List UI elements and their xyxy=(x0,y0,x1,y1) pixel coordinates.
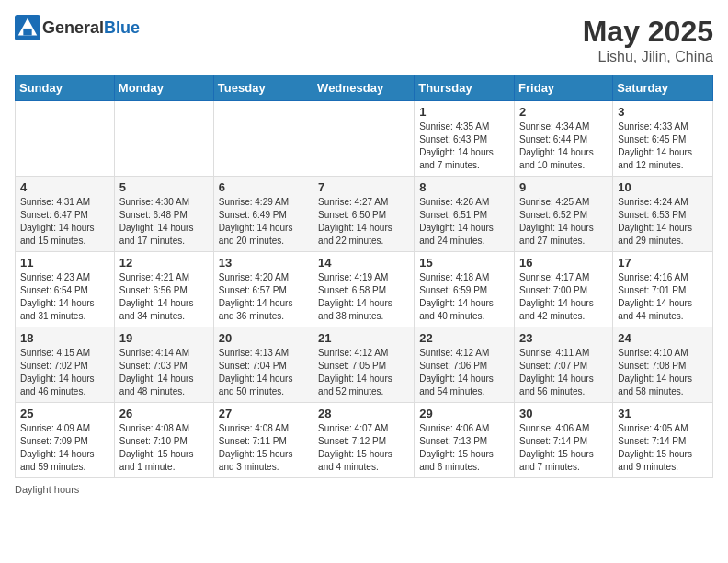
day-info: Sunrise: 4:17 AM Sunset: 7:00 PM Dayligh… xyxy=(519,271,608,323)
day-number: 8 xyxy=(419,180,509,194)
calendar-cell: 17Sunrise: 4:16 AM Sunset: 7:01 PM Dayli… xyxy=(613,252,713,327)
day-info: Sunrise: 4:12 AM Sunset: 7:06 PM Dayligh… xyxy=(419,347,509,398)
day-number: 22 xyxy=(419,331,509,345)
location-title: Lishu, Jilin, China xyxy=(583,49,713,65)
calendar-cell: 25Sunrise: 4:09 AM Sunset: 7:09 PM Dayli… xyxy=(16,403,115,478)
day-number: 4 xyxy=(20,180,109,194)
day-info: Sunrise: 4:20 AM Sunset: 6:57 PM Dayligh… xyxy=(219,271,308,323)
weekday-header-row: SundayMondayTuesdayWednesdayThursdayFrid… xyxy=(16,75,713,101)
day-number: 15 xyxy=(419,256,509,270)
calendar-cell: 16Sunrise: 4:17 AM Sunset: 7:00 PM Dayli… xyxy=(515,252,613,327)
day-number: 9 xyxy=(519,180,608,194)
calendar-cell: 23Sunrise: 4:11 AM Sunset: 7:07 PM Dayli… xyxy=(515,327,613,403)
day-info: Sunrise: 4:25 AM Sunset: 6:52 PM Dayligh… xyxy=(519,196,608,247)
day-info: Sunrise: 4:34 AM Sunset: 6:44 PM Dayligh… xyxy=(519,121,608,172)
day-number: 16 xyxy=(519,256,608,270)
day-info: Sunrise: 4:16 AM Sunset: 7:01 PM Dayligh… xyxy=(618,271,708,323)
day-info: Sunrise: 4:15 AM Sunset: 7:02 PM Dayligh… xyxy=(20,347,109,398)
day-info: Sunrise: 4:08 AM Sunset: 7:11 PM Dayligh… xyxy=(219,422,308,474)
weekday-header-tuesday: Tuesday xyxy=(213,75,313,101)
calendar-cell: 3Sunrise: 4:33 AM Sunset: 6:45 PM Daylig… xyxy=(613,101,713,177)
calendar-cell: 31Sunrise: 4:05 AM Sunset: 7:14 PM Dayli… xyxy=(613,403,713,478)
day-number: 24 xyxy=(618,331,708,345)
page-header: GeneralBlue May 2025 Lishu, Jilin, China xyxy=(15,15,713,65)
calendar-table: SundayMondayTuesdayWednesdayThursdayFrid… xyxy=(15,75,713,478)
logo: GeneralBlue xyxy=(15,15,140,40)
calendar-row-1: 4Sunrise: 4:31 AM Sunset: 6:47 PM Daylig… xyxy=(16,177,713,252)
day-number: 11 xyxy=(20,256,109,270)
calendar-row-0: 1Sunrise: 4:35 AM Sunset: 6:43 PM Daylig… xyxy=(16,101,713,177)
day-number: 2 xyxy=(519,105,608,119)
logo-blue-text: Blue xyxy=(104,18,140,37)
calendar-cell: 30Sunrise: 4:06 AM Sunset: 7:14 PM Dayli… xyxy=(515,403,613,478)
day-info: Sunrise: 4:08 AM Sunset: 7:10 PM Dayligh… xyxy=(119,422,209,474)
calendar-cell: 7Sunrise: 4:27 AM Sunset: 6:50 PM Daylig… xyxy=(313,177,415,252)
day-number: 31 xyxy=(618,407,708,420)
day-number: 6 xyxy=(219,180,308,194)
day-number: 27 xyxy=(219,407,308,420)
day-info: Sunrise: 4:10 AM Sunset: 7:08 PM Dayligh… xyxy=(618,347,708,398)
day-number: 12 xyxy=(119,256,209,270)
day-info: Sunrise: 4:12 AM Sunset: 7:05 PM Dayligh… xyxy=(318,347,409,398)
calendar-cell: 12Sunrise: 4:21 AM Sunset: 6:56 PM Dayli… xyxy=(114,252,213,327)
calendar-cell xyxy=(114,101,213,177)
footer-note-text: Daylight hours xyxy=(15,484,79,495)
calendar-row-3: 18Sunrise: 4:15 AM Sunset: 7:02 PM Dayli… xyxy=(16,327,713,403)
day-number: 30 xyxy=(519,407,608,420)
calendar-cell: 28Sunrise: 4:07 AM Sunset: 7:12 PM Dayli… xyxy=(313,403,415,478)
calendar-row-4: 25Sunrise: 4:09 AM Sunset: 7:09 PM Dayli… xyxy=(16,403,713,478)
calendar-cell: 29Sunrise: 4:06 AM Sunset: 7:13 PM Dayli… xyxy=(415,403,515,478)
day-info: Sunrise: 4:05 AM Sunset: 7:14 PM Dayligh… xyxy=(618,422,708,474)
day-number: 19 xyxy=(119,331,209,345)
calendar-cell xyxy=(213,101,313,177)
weekday-header-monday: Monday xyxy=(114,75,213,101)
calendar-cell: 20Sunrise: 4:13 AM Sunset: 7:04 PM Dayli… xyxy=(213,327,313,403)
weekday-header-friday: Friday xyxy=(515,75,613,101)
calendar-cell: 11Sunrise: 4:23 AM Sunset: 6:54 PM Dayli… xyxy=(16,252,115,327)
day-info: Sunrise: 4:19 AM Sunset: 6:58 PM Dayligh… xyxy=(318,271,409,323)
calendar-cell: 22Sunrise: 4:12 AM Sunset: 7:06 PM Dayli… xyxy=(415,327,515,403)
day-info: Sunrise: 4:23 AM Sunset: 6:54 PM Dayligh… xyxy=(20,271,109,323)
calendar-cell: 19Sunrise: 4:14 AM Sunset: 7:03 PM Dayli… xyxy=(114,327,213,403)
day-number: 21 xyxy=(318,331,409,345)
day-number: 14 xyxy=(318,256,409,270)
svg-rect-2 xyxy=(23,29,31,35)
calendar-cell: 15Sunrise: 4:18 AM Sunset: 6:59 PM Dayli… xyxy=(415,252,515,327)
day-number: 28 xyxy=(318,407,409,420)
calendar-cell: 8Sunrise: 4:26 AM Sunset: 6:51 PM Daylig… xyxy=(415,177,515,252)
day-number: 7 xyxy=(318,180,409,194)
title-block: May 2025 Lishu, Jilin, China xyxy=(583,15,713,65)
day-info: Sunrise: 4:30 AM Sunset: 6:48 PM Dayligh… xyxy=(119,196,209,247)
day-info: Sunrise: 4:11 AM Sunset: 7:07 PM Dayligh… xyxy=(519,347,608,398)
calendar-cell xyxy=(16,101,115,177)
day-info: Sunrise: 4:09 AM Sunset: 7:09 PM Dayligh… xyxy=(20,422,109,474)
day-info: Sunrise: 4:31 AM Sunset: 6:47 PM Dayligh… xyxy=(20,196,109,247)
day-info: Sunrise: 4:35 AM Sunset: 6:43 PM Dayligh… xyxy=(419,121,509,172)
weekday-header-wednesday: Wednesday xyxy=(313,75,415,101)
calendar-cell xyxy=(313,101,415,177)
day-info: Sunrise: 4:24 AM Sunset: 6:53 PM Dayligh… xyxy=(618,196,708,247)
day-info: Sunrise: 4:06 AM Sunset: 7:14 PM Dayligh… xyxy=(519,422,608,474)
calendar-cell: 5Sunrise: 4:30 AM Sunset: 6:48 PM Daylig… xyxy=(114,177,213,252)
day-number: 20 xyxy=(219,331,308,345)
day-info: Sunrise: 4:21 AM Sunset: 6:56 PM Dayligh… xyxy=(119,271,209,323)
day-number: 18 xyxy=(20,331,109,345)
day-info: Sunrise: 4:18 AM Sunset: 6:59 PM Dayligh… xyxy=(419,271,509,323)
day-info: Sunrise: 4:27 AM Sunset: 6:50 PM Dayligh… xyxy=(318,196,409,247)
calendar-cell: 1Sunrise: 4:35 AM Sunset: 6:43 PM Daylig… xyxy=(415,101,515,177)
day-number: 23 xyxy=(519,331,608,345)
calendar-cell: 27Sunrise: 4:08 AM Sunset: 7:11 PM Dayli… xyxy=(213,403,313,478)
weekday-header-saturday: Saturday xyxy=(613,75,713,101)
calendar-cell: 18Sunrise: 4:15 AM Sunset: 7:02 PM Dayli… xyxy=(16,327,115,403)
day-info: Sunrise: 4:13 AM Sunset: 7:04 PM Dayligh… xyxy=(219,347,308,398)
calendar-cell: 6Sunrise: 4:29 AM Sunset: 6:49 PM Daylig… xyxy=(213,177,313,252)
day-info: Sunrise: 4:06 AM Sunset: 7:13 PM Dayligh… xyxy=(419,422,509,474)
weekday-header-thursday: Thursday xyxy=(415,75,515,101)
day-number: 3 xyxy=(618,105,708,119)
day-info: Sunrise: 4:29 AM Sunset: 6:49 PM Dayligh… xyxy=(219,196,308,247)
logo-general-text: General xyxy=(42,18,104,37)
logo-icon xyxy=(15,15,40,40)
day-number: 5 xyxy=(119,180,209,194)
calendar-cell: 21Sunrise: 4:12 AM Sunset: 7:05 PM Dayli… xyxy=(313,327,415,403)
footer-note: Daylight hours xyxy=(15,484,713,495)
